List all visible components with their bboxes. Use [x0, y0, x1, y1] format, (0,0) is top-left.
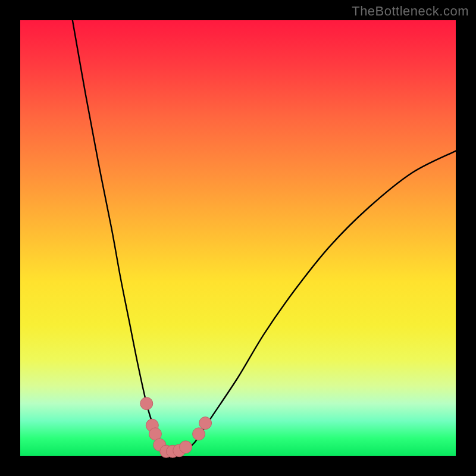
curve-markers	[140, 397, 212, 458]
curve-marker	[199, 417, 212, 430]
bottleneck-curve	[73, 20, 456, 452]
curve-marker	[180, 441, 192, 453]
curve-marker	[193, 428, 205, 440]
bottleneck-curve-svg	[20, 20, 456, 456]
chart-frame: TheBottleneck.com	[0, 0, 476, 476]
attribution-label: TheBottleneck.com	[352, 4, 469, 19]
plot-area	[20, 20, 456, 456]
curve-marker	[140, 397, 153, 410]
